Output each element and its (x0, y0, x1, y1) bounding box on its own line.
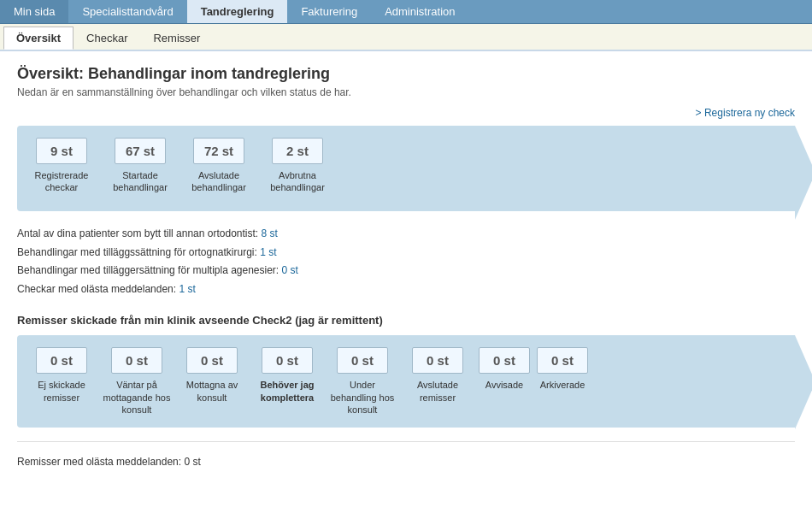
remisser-item-2: 0 st Mottagna av konsult (178, 347, 246, 416)
remisser-item-6: 0 st Avvisade (479, 347, 530, 416)
remisser-label-7: Arkiverade (540, 379, 585, 391)
remisser-label-3: Behöver jag komplettera (253, 379, 321, 404)
topnav-min-sida[interactable]: Min sida (0, 0, 68, 23)
main-content: Översikt: Behandlingar inom tandreglerin… (0, 51, 812, 481)
remisser-label-1: Väntar på mottagande hos konsult (103, 379, 171, 416)
topnav-fakturering[interactable]: Fakturering (287, 0, 371, 23)
subnav-checkar[interactable]: Checkar (74, 27, 140, 50)
remisser-item-7: 0 st Arkiverade (537, 347, 588, 416)
remisser-count-3: 0 st (262, 347, 313, 374)
pipeline-label-2: Avslutade behandlingar (185, 169, 253, 194)
infoline-2-link[interactable]: 0 st (282, 264, 298, 276)
pipeline-item-0: 9 st Registrerade checkar (27, 138, 96, 199)
pipeline-count-0: 9 st (36, 138, 87, 164)
remisser-item-4: 0 st Under behandling hos konsult (328, 347, 397, 416)
infoline-0-text: Antal av dina patienter som bytt till an… (17, 227, 262, 239)
infoline-0: Antal av dina patienter som bytt till an… (17, 225, 795, 244)
pipeline-item-1: 67 st Startade behandlingar (106, 138, 174, 199)
subnav-remisser[interactable]: Remisser (140, 27, 213, 50)
remisser-section-title: Remisser skickade från min klinik avseen… (17, 314, 795, 327)
pipeline-item-2: 72 st Avslutade behandlingar (185, 138, 253, 199)
pipeline-item-3: 2 st Avbrutna behandlingar (263, 138, 332, 199)
pipeline-count-3: 2 st (272, 138, 323, 164)
infoline-1-text: Behandlingar med tilläggssättning för or… (17, 246, 260, 258)
section-divider (17, 441, 795, 442)
remisser-count-2: 0 st (186, 347, 238, 374)
remisser-label-6: Avvisade (485, 379, 523, 391)
topnav-specialisttandvard[interactable]: Specialisttandvård (68, 0, 186, 23)
remisser-pipeline: 0 st Ej skickade remisser 0 st Väntar på… (17, 335, 795, 428)
register-new-check-link[interactable]: > Registrera ny check (696, 107, 795, 119)
info-section: Antal av dina patienter som bytt till an… (17, 225, 795, 298)
infoline-0-link[interactable]: 8 st (262, 227, 278, 239)
pipeline-count-2: 72 st (193, 138, 244, 164)
remisser-count-1: 0 st (111, 347, 162, 374)
infoline-3: Checkar med olästa meddelanden: 1 st (17, 280, 795, 299)
remisser-label-0: Ej skickade remisser (27, 379, 96, 404)
remisser-label-2: Mottagna av konsult (178, 379, 246, 404)
pipeline-count-1: 67 st (115, 138, 166, 164)
pipeline-banner: 9 st Registrerade checkar 67 st Startade… (17, 126, 795, 211)
page-title: Översikt: Behandlingar inom tandreglerin… (17, 65, 795, 83)
infoline-2-text: Behandlingar med tilläggersättning för m… (17, 264, 282, 276)
remisser-item-1: 0 st Väntar på mottagande hos konsult (103, 347, 171, 416)
remisser-count-4: 0 st (337, 347, 388, 374)
remisser-label-5: Avslutade remisser (403, 379, 472, 404)
pipeline-label-3: Avbrutna behandlingar (263, 169, 332, 194)
pipeline-label-1: Startade behandlingar (106, 169, 174, 194)
topnav-administration[interactable]: Administration (371, 0, 468, 23)
remisser-pipeline-banner: 0 st Ej skickade remisser 0 st Väntar på… (17, 335, 795, 428)
remisser-count-0: 0 st (36, 347, 87, 374)
subnav-oversikt[interactable]: Översikt (3, 27, 74, 50)
infoline-3-link[interactable]: 1 st (179, 283, 195, 295)
remisser-item-3: 0 st Behöver jag komplettera (253, 347, 321, 416)
top-navigation: Min sida Specialisttandvård Tandreglerin… (0, 0, 812, 24)
remisser-label-4: Under behandling hos konsult (328, 379, 397, 416)
remisser-count-5: 0 st (412, 347, 463, 374)
remisser-item-5: 0 st Avslutade remisser (403, 347, 472, 416)
treatment-pipeline: 9 st Registrerade checkar 67 st Startade… (17, 126, 795, 211)
infoline-2: Behandlingar med tilläggersättning för m… (17, 262, 795, 280)
remisser-count-7: 0 st (537, 347, 588, 374)
remisser-item-0: 0 st Ej skickade remisser (27, 347, 96, 416)
page-subtitle: Nedan är en sammanställning över behandl… (17, 86, 795, 98)
infoline-1-link[interactable]: 1 st (260, 246, 276, 258)
remisser-count-6: 0 st (479, 347, 530, 374)
topnav-tandreglering[interactable]: Tandreglering (187, 0, 288, 23)
remisser-footer: Remisser med olästa meddelanden: 0 st (17, 456, 795, 468)
register-link-container: > Registrera ny check (17, 107, 795, 119)
infoline-1: Behandlingar med tilläggssättning för or… (17, 244, 795, 263)
sub-navigation: Översikt Checkar Remisser (0, 24, 812, 51)
infoline-3-text: Checkar med olästa meddelanden: (17, 283, 179, 295)
pipeline-label-0: Registrerade checkar (27, 169, 96, 194)
